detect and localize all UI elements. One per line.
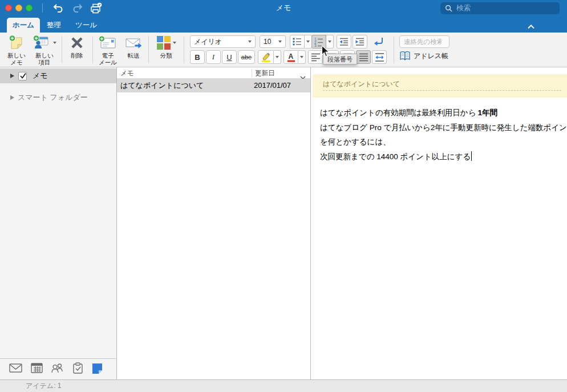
note-title-banner: はてなポイントについて: [313, 74, 567, 98]
highlight-color-icon: [261, 52, 272, 63]
font-color-icon: A: [286, 52, 296, 63]
notes-module-icon[interactable]: [91, 362, 103, 377]
italic-button[interactable]: I: [206, 50, 221, 64]
new-item-button[interactable]: 新しい項目: [30, 34, 59, 66]
disclosure-triangle-icon[interactable]: [10, 95, 14, 100]
delete-icon: [70, 34, 84, 51]
module-switcher: [0, 358, 116, 379]
contact-search-box[interactable]: [399, 35, 449, 48]
new-item-icon: [33, 34, 56, 51]
distribute-text-button[interactable]: [372, 50, 387, 64]
tab-organize[interactable]: 整理: [41, 18, 67, 33]
people-module-icon[interactable]: [51, 362, 64, 376]
list-header: メモ 更新日: [117, 67, 310, 79]
sidebar-folder-notes[interactable]: メモ: [0, 68, 116, 83]
increase-indent-icon: [355, 37, 365, 47]
font-name-select[interactable]: メイリオ: [190, 35, 256, 48]
contact-search-input[interactable]: [400, 38, 446, 45]
bullet-list-button[interactable]: [290, 35, 305, 49]
email-label: 電子: [102, 52, 114, 59]
note-title: はてなポイントについて: [323, 79, 400, 89]
svg-text:3: 3: [314, 43, 317, 47]
note-paragraph: 次回更新までの 14400 ポイント以上にする: [320, 149, 567, 164]
increase-indent-button[interactable]: [353, 35, 367, 49]
tab-home[interactable]: ホーム: [7, 18, 40, 33]
folder-label: スマート フォルダー: [18, 92, 88, 103]
disclosure-triangle-icon[interactable]: [10, 74, 14, 78]
mouse-cursor: [321, 45, 330, 60]
new-note-button[interactable]: 新しいメモ: [3, 34, 30, 66]
title-divider: [323, 90, 561, 91]
strikethrough-button[interactable]: abe: [238, 50, 255, 64]
text-direction-icon: [372, 36, 385, 47]
categorize-icon: [156, 34, 176, 51]
font-size-value: 10: [264, 38, 271, 46]
font-size-select[interactable]: 10: [260, 35, 286, 48]
forward-label: 転送: [128, 52, 140, 59]
search-input[interactable]: [456, 4, 548, 12]
note-paragraph: を何とかするには、: [320, 135, 567, 149]
folder-label: メモ: [33, 71, 48, 81]
note-item-date: 2017/01/07: [254, 79, 291, 92]
forward-button[interactable]: 転送: [121, 34, 146, 59]
sidebar: メモ スマート フォルダー: [0, 67, 117, 379]
email-icon: [99, 34, 117, 51]
status-bar: アイテム: 1: [0, 379, 567, 392]
text-direction-button[interactable]: [371, 35, 387, 49]
new-note-label: 新しい: [7, 52, 26, 59]
svg-text:A: A: [288, 52, 293, 60]
note-paragraph: はてなポイントの有効期間は最終利用日から1年間: [320, 106, 567, 120]
align-left-icon: [311, 52, 321, 62]
column-divider: [252, 69, 252, 77]
categorize-button[interactable]: 分類: [152, 34, 180, 59]
categorize-label: 分類: [160, 52, 172, 59]
ribbon-tabs: ホーム 整理 ツール: [0, 16, 567, 33]
forward-icon: [124, 34, 143, 51]
mail-module-icon[interactable]: [9, 362, 22, 376]
distribute-text-icon: [375, 52, 384, 62]
note-list-item[interactable]: はてなポイントについて 2017/01/07: [117, 79, 310, 92]
calendar-module-icon[interactable]: [31, 362, 43, 376]
title-bar: メモ: [0, 0, 567, 16]
search-box[interactable]: [440, 2, 560, 14]
bullet-list-icon: [292, 37, 302, 47]
email-button[interactable]: 電子メール: [95, 34, 121, 66]
text-caret: [471, 151, 472, 161]
decrease-indent-icon: [339, 37, 349, 47]
main-area: メモ スマート フォルダー メモ: [0, 67, 567, 379]
bold-button[interactable]: B: [190, 50, 205, 64]
new-note-icon: [9, 34, 25, 51]
delete-label: 削除: [71, 52, 83, 59]
tasks-module-icon[interactable]: [72, 362, 83, 377]
justify-button[interactable]: [356, 50, 371, 64]
font-size-dropdown-arrow: [278, 41, 282, 43]
note-editor[interactable]: はてなポイントの有効期間は最終利用日から1年間 はてなブログ Pro で月払いか…: [320, 106, 567, 164]
ribbon-toolbar: 新しいメモ 新しい項目 削除 電子メール 転送 分類: [0, 33, 567, 67]
reading-pane: はてなポイントについて はてなポイントの有効期間は最終利用日から1年間 はてなブ…: [311, 67, 567, 379]
font-name-value: メイリオ: [194, 37, 222, 47]
sidebar-folder-smart-folders[interactable]: スマート フォルダー: [0, 90, 116, 105]
new-item-dropdown-arrow[interactable]: [53, 42, 56, 44]
note-paragraph: はてなブログ Pro で月払いから2年に手動更新時に発生した端数ポイント: [320, 120, 567, 135]
address-book-icon: [399, 51, 411, 61]
tab-tools[interactable]: ツール: [70, 18, 103, 33]
font-name-dropdown-arrow: [248, 41, 252, 43]
column-header-date[interactable]: 更新日: [255, 67, 275, 79]
folder-checkbox[interactable]: [18, 72, 27, 80]
decrease-indent-button[interactable]: [337, 35, 351, 49]
column-header-title[interactable]: メモ: [120, 67, 134, 79]
delete-button[interactable]: 削除: [64, 34, 90, 59]
highlight-color-button[interactable]: [258, 50, 274, 64]
highlight-dropdown-arrow[interactable]: [274, 50, 281, 64]
categorize-dropdown-arrow[interactable]: [173, 42, 176, 44]
note-list-pane: メモ 更新日 はてなポイントについて 2017/01/07: [117, 67, 311, 379]
justify-icon: [359, 52, 368, 62]
font-color-button[interactable]: A: [284, 50, 298, 64]
address-book-button[interactable]: アドレス帳: [399, 51, 448, 61]
font-color-dropdown-arrow[interactable]: [298, 50, 306, 64]
underline-button[interactable]: U: [222, 50, 237, 64]
note-item-title: はてなポイントについて: [120, 79, 204, 92]
collapse-ribbon-icon[interactable]: [527, 21, 535, 31]
address-book-label: アドレス帳: [414, 51, 448, 61]
item-count: アイテム: 1: [26, 380, 61, 392]
